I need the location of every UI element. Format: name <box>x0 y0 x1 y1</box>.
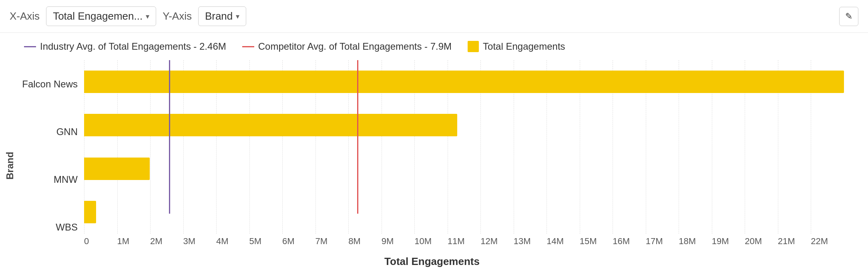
bar-row-mnw <box>84 155 844 183</box>
x-tick-9m: 9M <box>382 236 415 247</box>
x-tick-17m: 17M <box>646 236 679 247</box>
x-tick-14m: 14M <box>547 236 580 247</box>
x-tick-16m: 16M <box>613 236 646 247</box>
chevron-down-icon: ▾ <box>146 12 149 21</box>
brand-label-wbs: WBS <box>20 222 84 233</box>
x-tick-15m: 15M <box>580 236 613 247</box>
x-tick-18m: 18M <box>679 236 712 247</box>
edit-icon: ✎ <box>845 11 852 22</box>
legend-label-industry: Industry Avg. of Total Engagements - 2.4… <box>40 41 226 52</box>
x-tick-6m: 6M <box>282 236 315 247</box>
brand-label-gnn: GNN <box>20 126 84 138</box>
bars-area <box>84 60 844 234</box>
y-axis-label: Y-Axis <box>163 10 192 22</box>
chevron-down-icon-2: ▾ <box>236 12 239 21</box>
legend-square-yellow <box>468 41 479 52</box>
x-tick-20m: 20M <box>745 236 778 247</box>
reference-line-industry <box>169 60 170 214</box>
brand-labels: Falcon News GNN MNW WBS <box>20 60 84 271</box>
chart-area: Brand Falcon News GNN MNW WBS <box>0 56 868 275</box>
legend-label-competitor: Competitor Avg. of Total Engagements - 7… <box>258 41 452 52</box>
x-tick-19m: 19M <box>712 236 745 247</box>
x-axis-value: Total Engagemen... <box>53 10 143 22</box>
x-tick-8m: 8M <box>348 236 382 247</box>
legend: Industry Avg. of Total Engagements - 2.4… <box>0 33 868 56</box>
x-axis-dropdown[interactable]: Total Engagemen... ▾ <box>46 6 156 26</box>
brand-label-falcon: Falcon News <box>20 79 84 90</box>
x-tick-22m: 22M <box>811 236 844 247</box>
y-axis-value: Brand <box>205 10 233 22</box>
x-tick-13m: 13M <box>514 236 547 247</box>
bar-row-wbs <box>84 198 844 226</box>
x-tick-21m: 21M <box>778 236 811 247</box>
y-axis-title: Brand <box>0 60 20 271</box>
legend-line-purple <box>24 46 36 47</box>
chart-plot: 0 1M 2M 3M 4M 5M 6M 7M 8M 9M 10M 11M 12M… <box>84 60 844 271</box>
bar-row-gnn <box>84 111 844 139</box>
x-axis-label: X-Axis <box>10 10 40 22</box>
x-tick-12m: 12M <box>480 236 514 247</box>
x-tick-7m: 7M <box>315 236 349 247</box>
x-axis-title: Total Engagements <box>52 254 812 271</box>
bar-mnw <box>84 158 150 180</box>
bar-row-falcon <box>84 68 844 96</box>
x-tick-10m: 10M <box>414 236 448 247</box>
legend-item-total: Total Engagements <box>468 41 565 52</box>
x-tick-5m: 5M <box>249 236 283 247</box>
edit-button[interactable]: ✎ <box>839 7 858 26</box>
x-tick-1m: 1M <box>117 236 151 247</box>
toolbar: X-Axis Total Engagemen... ▾ Y-Axis Brand… <box>0 0 868 33</box>
bar-falcon <box>84 71 844 93</box>
x-axis: 0 1M 2M 3M 4M 5M 6M 7M 8M 9M 10M 11M 12M… <box>84 234 844 254</box>
legend-label-total: Total Engagements <box>483 41 565 52</box>
x-tick-2m: 2M <box>150 236 183 247</box>
legend-item-industry: Industry Avg. of Total Engagements - 2.4… <box>24 41 226 52</box>
bar-wbs <box>84 201 96 223</box>
brand-label-mnw: MNW <box>20 174 84 185</box>
bar-gnn <box>84 114 457 136</box>
x-tick-11m: 11M <box>448 236 481 247</box>
reference-line-competitor <box>357 60 358 214</box>
y-axis-dropdown[interactable]: Brand ▾ <box>198 6 246 26</box>
x-tick-3m: 3M <box>183 236 217 247</box>
main-container: X-Axis Total Engagemen... ▾ Y-Axis Brand… <box>0 0 868 275</box>
legend-item-competitor: Competitor Avg. of Total Engagements - 7… <box>242 41 452 52</box>
x-tick-4m: 4M <box>216 236 249 247</box>
x-tick-0: 0 <box>84 236 117 247</box>
legend-line-red <box>242 46 254 47</box>
